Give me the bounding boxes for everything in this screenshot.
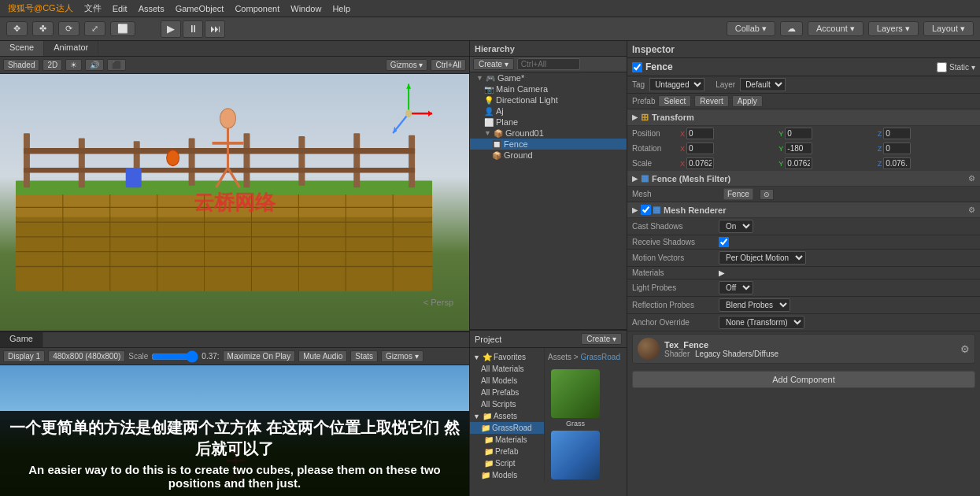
- maximize-on-play-btn[interactable]: Maximize On Play: [223, 350, 296, 362]
- mesh-select-btn[interactable]: ⊙: [760, 189, 774, 200]
- mute-audio-btn[interactable]: Mute Audio: [298, 350, 347, 362]
- layer-dropdown[interactable]: Default: [740, 78, 786, 91]
- svg-rect-16: [24, 133, 30, 187]
- transform-section-header[interactable]: ▶ ⊞ Transform: [627, 109, 980, 126]
- scale-slider[interactable]: [151, 352, 198, 361]
- hierarchy-item-aj[interactable]: 👤 Aj: [470, 105, 627, 117]
- menu-edit[interactable]: Edit: [108, 2, 132, 15]
- project-materials-folder[interactable]: 📁 Materials: [470, 434, 544, 446]
- menu-assets[interactable]: Assets: [134, 2, 169, 15]
- menu-help[interactable]: Help: [327, 2, 355, 15]
- hierarchy-create-btn[interactable]: Create ▾: [473, 58, 514, 70]
- display-dropdown[interactable]: Display 1: [3, 350, 45, 362]
- collab-button[interactable]: Collab ▾: [727, 21, 775, 36]
- position-y-input[interactable]: [785, 128, 812, 139]
- menu-window[interactable]: Window: [286, 2, 326, 15]
- material-menu-btn[interactable]: ⚙: [960, 343, 970, 355]
- resolution-dropdown[interactable]: 480x800 (480x800): [48, 350, 125, 362]
- hierarchy-item-light[interactable]: 💡 Directional Light: [470, 94, 627, 105]
- menu-gameobject[interactable]: GameObject: [171, 2, 229, 15]
- effects-toggle[interactable]: ⬛: [107, 59, 126, 71]
- add-component-button[interactable]: Add Component: [632, 371, 975, 388]
- receive-shadows-checkbox[interactable]: [719, 237, 729, 247]
- mesh-renderer-menu-btn[interactable]: ⚙: [968, 205, 975, 214]
- material-preview[interactable]: Tex_Fence Shader Legacy Shaders/Diffuse …: [632, 334, 975, 364]
- scale-z-input[interactable]: [883, 157, 911, 169]
- hierarchy-item-ground[interactable]: 📦 Ground: [470, 150, 627, 161]
- transform-rotate-tool[interactable]: ⟳: [58, 21, 80, 36]
- menu-file[interactable]: 文件: [80, 1, 106, 16]
- asset-ground01[interactable]: Ground01: [551, 431, 600, 482]
- mesh-filter-header[interactable]: ▶ ▦ Fence (Mesh Filter) ⚙: [627, 171, 980, 187]
- project-all-materials[interactable]: All Materials: [470, 363, 544, 375]
- 2d-toggle[interactable]: 2D: [43, 59, 62, 71]
- prefab-revert-btn[interactable]: Revert: [694, 95, 728, 107]
- game-canvas[interactable]: 一个更简单的方法是创建两个立方体 在这两个位置上取悦它们 然后就可以了 An e…: [0, 365, 469, 496]
- project-script-folder[interactable]: 📁 Script: [470, 457, 544, 469]
- rot-x-label: X: [680, 145, 685, 153]
- anchor-override-dropdown[interactable]: None (Transform): [719, 316, 804, 329]
- hierarchy-item-fence[interactable]: 🔲 Fence: [470, 139, 627, 150]
- hierarchy-item-plane[interactable]: ⬜ Plane: [470, 117, 627, 128]
- project-scripts-folder[interactable]: 📁 Scripts: [470, 481, 544, 482]
- transform-rect-tool[interactable]: ⬜: [110, 21, 135, 36]
- scale-x-input[interactable]: [686, 157, 714, 169]
- audio-toggle[interactable]: 🔊: [85, 59, 104, 71]
- project-prefab-folder[interactable]: 📁 Prefab: [470, 446, 544, 457]
- rotation-y-input[interactable]: [785, 143, 812, 154]
- shading-dropdown[interactable]: Shaded: [3, 59, 39, 71]
- tab-game[interactable]: Game: [0, 332, 43, 347]
- prefab-apply-btn[interactable]: Apply: [732, 95, 763, 107]
- mesh-filter-menu-btn[interactable]: ⚙: [968, 174, 975, 183]
- hierarchy-search[interactable]: [517, 58, 580, 70]
- project-all-scripts[interactable]: All Scripts: [470, 398, 544, 410]
- tab-scene[interactable]: Scene: [0, 41, 44, 56]
- hierarchy-item-camera[interactable]: 📷 Main Camera: [470, 83, 627, 94]
- step-button[interactable]: ⏭: [205, 20, 225, 38]
- hierarchy-item-ground01[interactable]: ▼ 📦 Ground01: [470, 128, 627, 139]
- anchor-override-label: Anchor Override: [632, 318, 719, 327]
- reflection-probes-dropdown[interactable]: Blend Probes: [719, 298, 790, 312]
- cast-shadows-dropdown[interactable]: On: [719, 220, 753, 233]
- play-button[interactable]: ▶: [161, 20, 181, 38]
- layers-button[interactable]: Layers ▾: [868, 21, 919, 36]
- mesh-renderer-checkbox[interactable]: [641, 205, 651, 215]
- asset-grass[interactable]: Grass: [551, 369, 600, 428]
- object-active-checkbox[interactable]: [632, 62, 642, 72]
- motion-vectors-dropdown[interactable]: Per Object Motion: [719, 251, 806, 265]
- prefab-select-btn[interactable]: Select: [658, 95, 691, 107]
- static-checkbox[interactable]: [937, 62, 947, 72]
- tag-dropdown[interactable]: Untagged: [649, 78, 704, 91]
- tab-animator[interactable]: Animator: [44, 41, 98, 56]
- project-favorites[interactable]: ▼ ⭐ Favorites: [470, 351, 544, 363]
- cloud-button[interactable]: ☁: [780, 21, 803, 36]
- project-create-btn[interactable]: Create ▾: [581, 333, 622, 345]
- transform-hand-tool[interactable]: ✥: [6, 21, 28, 36]
- stats-btn[interactable]: Stats: [350, 350, 378, 362]
- scene-search[interactable]: Ctrl+All: [431, 59, 466, 71]
- project-assets-root[interactable]: ▼ 📁 Assets: [470, 410, 544, 422]
- transform-scale-tool[interactable]: ⤢: [84, 21, 105, 36]
- light-probes-dropdown[interactable]: Off: [719, 281, 753, 294]
- position-z-input[interactable]: [883, 128, 911, 139]
- pause-button[interactable]: ⏸: [183, 20, 203, 38]
- lighting-toggle[interactable]: ☀: [65, 59, 82, 71]
- account-button[interactable]: Account ▾: [808, 21, 864, 36]
- game-gizmos-dropdown[interactable]: Gizmos ▾: [381, 350, 423, 362]
- scene-canvas[interactable]: 云桥网络 < Persp: [0, 74, 469, 331]
- gizmos-dropdown[interactable]: Gizmos ▾: [386, 59, 428, 71]
- transform-move-tool[interactable]: ✤: [32, 21, 54, 36]
- position-x-input[interactable]: [686, 128, 714, 139]
- scale-y-input[interactable]: [785, 157, 812, 169]
- project-models-folder[interactable]: 📁 Models: [470, 469, 544, 481]
- project-grassroad[interactable]: 📁 GrassRoad: [470, 422, 544, 434]
- project-all-prefabs[interactable]: All Prefabs: [470, 387, 544, 398]
- project-all-models[interactable]: All Models: [470, 375, 544, 387]
- mesh-renderer-header[interactable]: ▶ ▦ Mesh Renderer ⚙: [627, 202, 980, 218]
- menu-component[interactable]: Component: [230, 2, 284, 15]
- rotation-x-input[interactable]: [686, 143, 714, 154]
- static-dropdown-btn[interactable]: ▾: [971, 63, 975, 72]
- rotation-z-input[interactable]: [883, 143, 911, 154]
- hierarchy-item-game[interactable]: ▼ 🎮 Game*: [470, 72, 627, 83]
- layout-button[interactable]: Layout ▾: [923, 21, 974, 36]
